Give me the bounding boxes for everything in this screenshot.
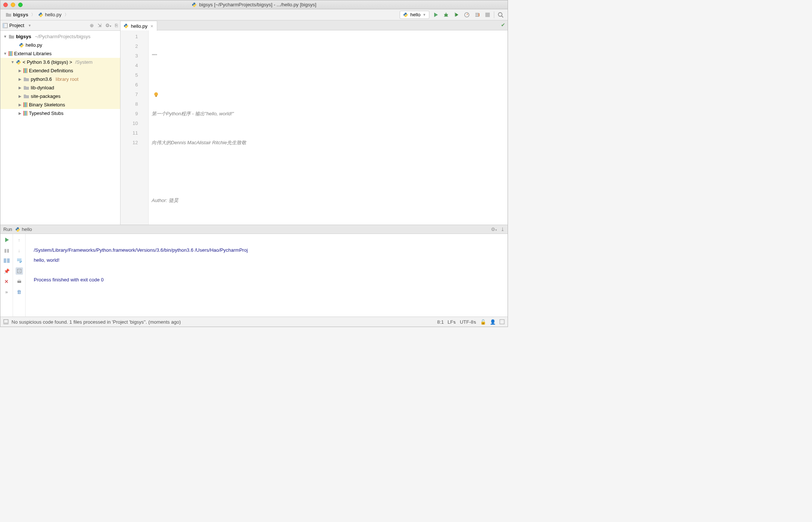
arrow-right-icon[interactable]: ▶ [18, 94, 22, 98]
tree-file-name: hello.py [26, 42, 42, 48]
close-tab-button[interactable]: × [150, 23, 154, 29]
svg-rect-10 [17, 269, 21, 273]
search-button[interactable] [496, 11, 505, 19]
arrow-right-icon[interactable]: ▶ [18, 103, 22, 107]
svg-rect-7 [155, 96, 157, 97]
minimize-window-button[interactable] [11, 3, 15, 7]
folder-icon [6, 12, 11, 17]
more-button[interactable]: » [3, 288, 10, 295]
concurrency-button[interactable] [473, 11, 481, 19]
tree-python-sdk[interactable]: ▼ < Python 3.6 (bigsys) > /System [0, 58, 120, 66]
line-number: 10 [121, 119, 138, 128]
down-button[interactable]: ↓ [16, 247, 23, 254]
lock-icon[interactable]: 🔓 [480, 319, 486, 325]
main-content: Project ▼ ⊕ ⇲ ⚙▾ ⎘ ▼ bigsys ~/PycharmPro… [0, 20, 508, 225]
pause-button[interactable]: ▮▮ [3, 247, 10, 254]
rerun-button[interactable] [3, 236, 10, 244]
trash-button[interactable]: 🗑 [16, 288, 23, 295]
tree-label: < Python 3.6 (bigsys) > [23, 59, 72, 65]
tree-external-libraries[interactable]: ▼ External Libraries [0, 49, 120, 58]
folder-icon [23, 85, 29, 90]
chevron-down-icon: ▼ [28, 24, 31, 27]
sidebar-title-group[interactable]: Project ▼ [3, 23, 31, 28]
svg-rect-9 [7, 258, 10, 263]
titlebar-title: bigsys [~/PycharmProjects/bigsys] - .../… [192, 2, 316, 7]
hide-icon[interactable]: ⎘ [115, 23, 118, 28]
scroll-button[interactable] [16, 267, 23, 275]
print-button[interactable] [16, 278, 23, 285]
caret-position[interactable]: 8:1 [437, 319, 444, 325]
run-panel-body: ▮▮ 📌 ✕ » ↑ ↓ 🗑 /System/Library/Framework… [0, 234, 508, 317]
up-button[interactable]: ↑ [16, 236, 23, 244]
sidebar-header: Project ▼ ⊕ ⇲ ⚙▾ ⎘ [0, 20, 120, 31]
arrow-right-icon[interactable]: ▶ [18, 69, 22, 73]
folder-icon [23, 94, 29, 99]
bulb-icon[interactable] [154, 92, 159, 97]
close-button[interactable]: ✕ [3, 278, 10, 285]
gutter: 1 2 3 4 5 6 7 8 9 10 11 12 [121, 30, 149, 225]
gear-icon[interactable]: ⚙▾ [105, 23, 111, 28]
svg-rect-15 [500, 320, 504, 324]
collapse-icon[interactable]: ⇲ [98, 23, 102, 28]
encoding[interactable]: UTF-8⇅ [460, 319, 476, 325]
coverage-button[interactable] [452, 11, 461, 19]
target-icon[interactable]: ⊕ [90, 23, 94, 28]
editor-tab[interactable]: hello.py × [121, 21, 157, 31]
status-icon[interactable] [3, 319, 9, 324]
arrow-down-icon[interactable]: ▼ [3, 52, 7, 56]
sidebar-tools: ⊕ ⇲ ⚙▾ ⎘ [90, 23, 118, 28]
output-line: Process finished with exit code 0 [34, 277, 104, 283]
breadcrumb-file[interactable]: hello.py [36, 11, 64, 18]
breadcrumb-label: bigsys [13, 12, 28, 17]
profile-button[interactable] [463, 11, 471, 19]
pin-button[interactable]: 📌 [3, 267, 10, 275]
tree-label: Binary Skeletons [29, 102, 65, 108]
arrow-right-icon[interactable]: ▶ [18, 77, 22, 81]
wrap-button[interactable] [16, 257, 23, 264]
download-icon[interactable]: ⤓ [501, 227, 505, 232]
arrow-right-icon[interactable]: ▶ [18, 86, 22, 90]
line-number: 1 [121, 32, 138, 42]
run-button[interactable] [432, 11, 440, 19]
code-area[interactable]: 1 2 3 4 5 6 7 8 9 10 11 12 """ 第一个Python… [121, 30, 508, 225]
line-separator[interactable]: LF⇅ [448, 319, 456, 325]
tree-node[interactable]: ▶ Binary Skeletons [0, 100, 120, 109]
line-number: 12 [121, 138, 138, 148]
hector-icon[interactable]: 👤 [490, 319, 496, 325]
tree-node[interactable]: ▶ python3.6 library root [0, 75, 120, 83]
tree-file[interactable]: hello.py [0, 41, 120, 49]
run-config-selector[interactable]: hello ▼ [400, 11, 429, 19]
project-tree[interactable]: ▼ bigsys ~/PycharmProjects/bigsys hello.… [0, 31, 120, 225]
tree-node[interactable]: ▶ Extended Definitions [0, 66, 120, 75]
folder-icon [9, 34, 14, 39]
line-number: 2 [121, 42, 138, 51]
svg-rect-12 [18, 280, 20, 281]
debug-button[interactable] [442, 11, 450, 19]
memory-icon[interactable] [499, 319, 505, 324]
tree-node[interactable]: ▶ site-packages [0, 92, 120, 100]
line-number: 4 [121, 61, 138, 70]
output-line: /System/Library/Frameworks/Python.framew… [34, 247, 248, 253]
arrow-down-icon[interactable]: ▼ [3, 34, 7, 39]
run-output[interactable]: /System/Library/Frameworks/Python.framew… [26, 234, 508, 317]
maximize-window-button[interactable] [18, 3, 23, 7]
folder-icon [23, 77, 29, 82]
tree-node[interactable]: ▶ lib-dynload [0, 83, 120, 92]
stop-button[interactable] [483, 11, 492, 19]
arrow-down-icon[interactable]: ▼ [11, 60, 14, 64]
code-text[interactable]: """ 第一个Python程序 - 输出"hello, world!" 向伟大的… [149, 30, 508, 225]
gear-icon[interactable]: ⚙▾ [491, 227, 497, 232]
close-window-button[interactable] [3, 3, 8, 7]
inspection-ok-icon[interactable]: ✔ [501, 22, 505, 28]
tree-node[interactable]: ▶ Typeshed Stubs [0, 109, 120, 118]
arrow-right-icon[interactable]: ▶ [18, 111, 22, 115]
python-icon [123, 23, 129, 29]
layout-button[interactable] [3, 257, 10, 264]
run-config-name: hello [410, 12, 420, 17]
project-view-icon [3, 23, 8, 28]
svg-point-3 [498, 13, 502, 16]
breadcrumb-project[interactable]: bigsys [3, 11, 30, 18]
python-icon [403, 12, 408, 17]
run-config-name: hello [22, 227, 32, 232]
tree-root[interactable]: ▼ bigsys ~/PycharmProjects/bigsys [0, 32, 120, 41]
